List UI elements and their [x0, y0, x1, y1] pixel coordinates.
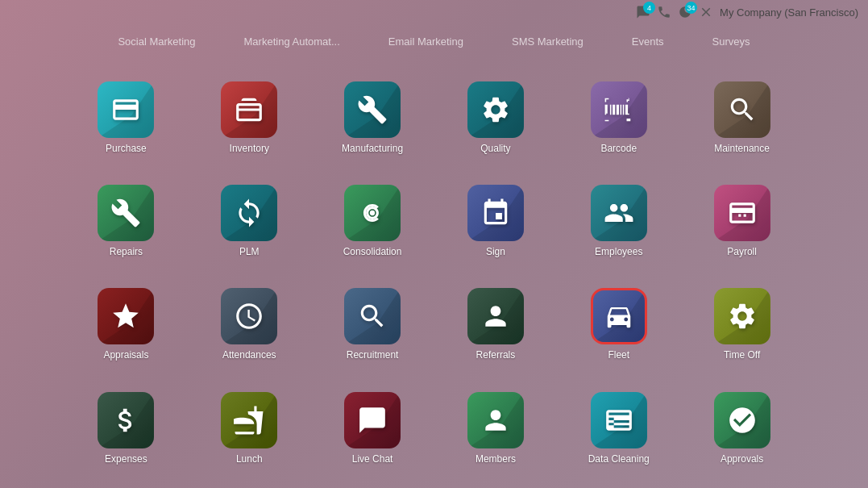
lunch-icon	[221, 392, 277, 448]
app-grid: Purchase Inventory Manufacturing Quality…	[0, 58, 868, 488]
fleet-icon	[591, 288, 647, 344]
app-payroll[interactable]: Payroll	[680, 169, 804, 273]
expenses-label: Expenses	[105, 453, 147, 465]
manufacturing-icon	[344, 81, 401, 138]
nav-tab-email-marketing[interactable]: Email Marketing	[388, 35, 463, 48]
attendances-icon	[221, 288, 277, 344]
maintenance-icon	[714, 81, 770, 138]
fleet-label: Fleet	[608, 349, 629, 361]
chat-icon[interactable]: 4	[636, 5, 650, 19]
svg-point-0	[370, 211, 375, 215]
close-icon[interactable]	[699, 5, 713, 19]
manufacturing-label: Manufacturing	[342, 143, 403, 154]
app-repairs[interactable]: Repairs	[64, 169, 188, 273]
approvals-icon	[714, 392, 770, 448]
live-chat-icon	[344, 392, 401, 448]
app-live-chat[interactable]: Live Chat	[311, 377, 434, 480]
employees-icon	[591, 185, 647, 241]
attendances-label: Attendances	[222, 349, 276, 361]
plm-label: PLM	[239, 246, 260, 257]
app-manufacturing[interactable]: Manufacturing	[311, 66, 434, 169]
consolidation-icon	[344, 185, 401, 241]
app-sign[interactable]: Sign	[434, 169, 557, 273]
app-recruitment[interactable]: Recruitment	[311, 273, 434, 377]
live-chat-label: Live Chat	[352, 453, 393, 465]
nav-tab-marketing-automat[interactable]: Marketing Automat...	[244, 35, 340, 48]
employees-label: Employees	[595, 246, 642, 257]
app-employees[interactable]: Employees	[557, 169, 680, 273]
expenses-icon	[98, 392, 154, 448]
inventory-label: Inventory	[230, 143, 269, 154]
nav-tab-surveys[interactable]: Surveys	[712, 35, 750, 48]
topbar: 4 34 My Company (San Francisco)	[626, 0, 868, 24]
app-purchase[interactable]: Purchase	[64, 66, 188, 169]
app-time-off[interactable]: Time Off	[680, 273, 804, 377]
repairs-label: Repairs	[110, 246, 143, 257]
purchase-icon	[98, 81, 154, 138]
barcode-icon	[591, 81, 647, 138]
purchase-label: Purchase	[106, 143, 147, 154]
sign-icon	[467, 185, 524, 241]
members-label: Members	[476, 453, 516, 465]
time-off-icon	[714, 288, 770, 344]
payroll-label: Payroll	[727, 246, 757, 257]
quality-icon	[467, 81, 524, 138]
moon-icon[interactable]: 34	[678, 5, 692, 19]
app-approvals[interactable]: Approvals	[680, 377, 804, 480]
data-cleaning-icon	[591, 392, 647, 448]
barcode-label: Barcode	[600, 143, 637, 154]
nav-tab-social-marketing[interactable]: Social Marketing	[118, 35, 195, 48]
recruitment-icon	[344, 288, 401, 344]
chat-badge: 4	[643, 2, 655, 14]
nav-tabs: Social Marketing Marketing Automat... Em…	[0, 29, 868, 54]
moon-badge: 34	[685, 2, 697, 14]
consolidation-label: Consolidation	[343, 246, 402, 257]
sign-label: Sign	[486, 246, 505, 257]
app-plm[interactable]: PLM	[188, 169, 311, 273]
referrals-label: Referrals	[476, 349, 516, 361]
app-expenses[interactable]: Expenses	[64, 377, 188, 480]
app-consolidation[interactable]: Consolidation	[311, 169, 434, 273]
repairs-icon	[98, 185, 154, 241]
payroll-icon	[714, 185, 770, 241]
plm-icon	[221, 185, 277, 241]
phone-icon[interactable]	[657, 5, 671, 19]
lunch-label: Lunch	[236, 453, 263, 465]
members-icon	[467, 392, 524, 448]
nav-tab-events[interactable]: Events	[632, 35, 664, 48]
app-appraisals[interactable]: Appraisals	[64, 273, 188, 377]
appraisals-icon	[98, 288, 154, 344]
app-lunch[interactable]: Lunch	[188, 377, 311, 480]
maintenance-label: Maintenance	[714, 143, 770, 154]
appraisals-label: Appraisals	[103, 349, 148, 361]
company-name: My Company (San Francisco)	[720, 6, 858, 19]
nav-tab-sms-marketing[interactable]: SMS Marketing	[512, 35, 584, 48]
inventory-icon	[221, 81, 277, 138]
app-attendances[interactable]: Attendances	[188, 273, 311, 377]
recruitment-label: Recruitment	[347, 349, 399, 361]
app-barcode[interactable]: Barcode	[557, 66, 680, 169]
quality-label: Quality	[480, 143, 510, 154]
referrals-icon	[467, 288, 524, 344]
app-members[interactable]: Members	[434, 377, 557, 480]
app-referrals[interactable]: Referrals	[434, 273, 557, 377]
time-off-label: Time Off	[724, 349, 760, 361]
app-fleet[interactable]: Fleet	[557, 273, 680, 377]
app-maintenance[interactable]: Maintenance	[680, 66, 804, 169]
data-cleaning-label: Data Cleaning	[588, 453, 650, 465]
approvals-label: Approvals	[721, 453, 763, 465]
app-quality[interactable]: Quality	[434, 66, 557, 169]
app-inventory[interactable]: Inventory	[188, 66, 311, 169]
app-data-cleaning[interactable]: Data Cleaning	[557, 377, 680, 480]
